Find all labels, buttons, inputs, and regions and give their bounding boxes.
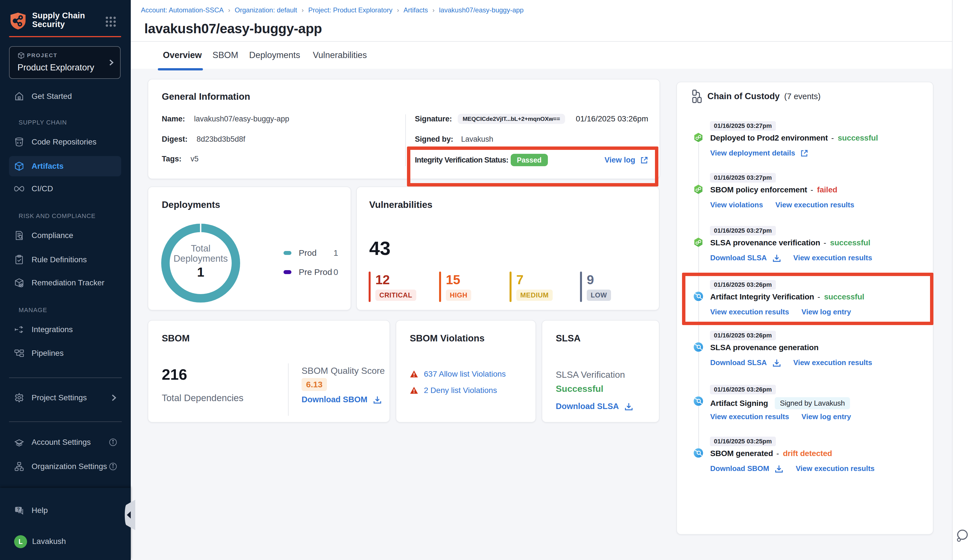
- svg-text:?: ?: [17, 507, 20, 512]
